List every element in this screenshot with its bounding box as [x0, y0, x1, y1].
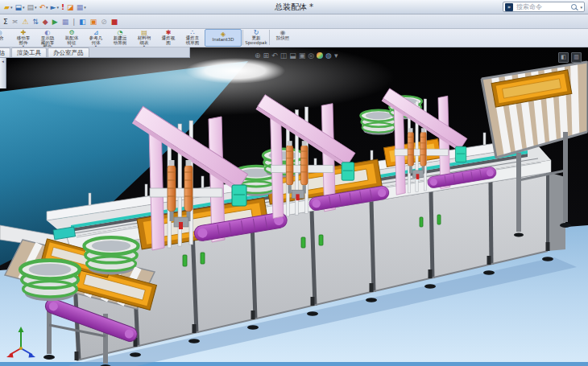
- undo-button[interactable]: ↶▾: [39, 2, 49, 13]
- command-search: » ▾: [503, 2, 585, 12]
- grid-icon[interactable]: ▦: [62, 15, 69, 28]
- view-orientation-icon[interactable]: ⬓: [289, 51, 296, 60]
- solidworks-window: 总装配体 * ▰▾ ⬓▾ ▤▾ ↶▾ ►▾ ! ◪ ▦▾ » ▾ Σ ≍ ⚠ ⇅…: [0, 0, 588, 366]
- ribbon-reference-geometry-button[interactable]: ⊿参考几 何体▾: [84, 29, 108, 47]
- ribbon-mate-button[interactable]: ◎配合: [0, 29, 11, 47]
- graphics-area[interactable]: 评估 渲染工具 办公室产品 ◂ ⊕ ⊞ ↶ ◫ ⬓ ▣ ◎ ◍ ▾ ◧ ▥: [0, 47, 588, 366]
- ribbon-explode-line-sketch-button[interactable]: ∴爆炸直 线草图: [180, 29, 205, 47]
- zoom-area-icon[interactable]: ⊞: [263, 51, 270, 60]
- save-icon: ⬓: [14, 2, 22, 13]
- rebuild-icon: !: [61, 2, 64, 13]
- interference-check-icon[interactable]: ⚠: [22, 15, 28, 28]
- ribbon-label: 爆炸直 线草图: [186, 36, 200, 45]
- toolbar-separator: |: [72, 15, 75, 28]
- hide-show-items-icon[interactable]: ◎: [308, 51, 314, 60]
- photoview-red-icon[interactable]: ■: [111, 15, 118, 28]
- chevron-down-icon[interactable]: ▾: [580, 5, 582, 10]
- tab-office-products[interactable]: 办公室产品: [48, 47, 89, 57]
- previous-view-icon[interactable]: ↶: [271, 51, 278, 60]
- ribbon-label: Instant3D: [213, 38, 234, 43]
- open-icon: ▰: [4, 2, 10, 13]
- select-button[interactable]: ►▾: [50, 2, 60, 13]
- section-view-icon[interactable]: ◫: [280, 51, 288, 60]
- ribbon-label: 爆炸视 图: [162, 36, 176, 45]
- expand-pane-button[interactable]: ▥: [571, 52, 582, 63]
- featuremanager-collapsed-strip[interactable]: ◂: [0, 58, 6, 88]
- ribbon-take-snapshot-button[interactable]: ◉拍快照: [271, 29, 295, 47]
- machine-scene: [0, 47, 588, 366]
- rebuild-button[interactable]: !: [60, 2, 65, 13]
- titlebar: 总装配体 * ▰▾ ⬓▾ ▤▾ ↶▾ ►▾ ! ◪ ▦▾ » ▾: [0, 0, 588, 14]
- light-glow: [185, 58, 285, 84]
- chevron-down-icon: ▾: [35, 5, 37, 10]
- measure-icon[interactable]: ⇅: [32, 15, 39, 28]
- chevron-down-icon: ▾: [23, 5, 25, 10]
- expand-pane-button[interactable]: ◧: [558, 52, 569, 63]
- ribbon-separator: [269, 30, 270, 45]
- tab-render-tools[interactable]: 渲染工具: [11, 47, 47, 57]
- ribbon-show-hidden-components-button[interactable]: ◐显示隐 藏的零 部件: [35, 29, 60, 47]
- chevron-down-icon: ▾: [84, 5, 86, 10]
- chevron-down-icon: ▾: [46, 5, 48, 10]
- ribbon-separator: [242, 30, 243, 45]
- options-icon: ▦: [77, 2, 84, 13]
- solidworks-logo-icon: »: [505, 3, 513, 11]
- display-style-icon[interactable]: ▣: [299, 51, 306, 60]
- edit-appearance-icon[interactable]: [317, 52, 323, 59]
- options-button[interactable]: ▦▾: [76, 2, 87, 13]
- scene-3d-model: [0, 47, 588, 366]
- photoview-orange-icon[interactable]: ▣: [90, 15, 97, 28]
- select-icon: ►: [51, 2, 56, 13]
- print-button[interactable]: ▤▾: [26, 2, 37, 13]
- ribbon-label: 新建运 动算例: [114, 36, 127, 45]
- zoom-fit-icon[interactable]: ⊕: [255, 51, 261, 60]
- ribbon-exploded-view-button[interactable]: ✱爆炸视 图: [156, 29, 180, 47]
- open-button[interactable]: ▰▾: [3, 2, 13, 13]
- photoview-disabled-icon[interactable]: ⊘: [101, 15, 107, 28]
- ribbon-label: 显示隐 藏的零 部件: [41, 36, 55, 47]
- save-button[interactable]: ⬓▾: [14, 2, 25, 13]
- window-title: 总装配体 *: [0, 2, 588, 13]
- assembly-toolbar: Σ ≍ ⚠ ⇅ ◆ ▶ ▦ | ◧ ▣ ⊘ ■: [0, 14, 588, 29]
- ribbon-label: 更新 Speedpak: [245, 36, 267, 45]
- export-icon[interactable]: ▶: [52, 15, 58, 28]
- mate-check-icon[interactable]: ◆: [43, 15, 48, 28]
- chevron-down-icon: ▾: [10, 5, 13, 10]
- photoview-blue-icon[interactable]: ◧: [79, 15, 86, 28]
- ribbon-assembly-features-button[interactable]: ⚙装配体 特征▾: [60, 29, 84, 47]
- appearance-icon: ◪: [67, 2, 74, 13]
- command-manager-tabs: 评估 渲染工具 办公室产品: [0, 47, 190, 58]
- appearance-button[interactable]: ◪: [66, 2, 75, 13]
- search-icon[interactable]: [571, 4, 577, 10]
- undo-icon: ↶: [39, 2, 46, 13]
- quick-access-toolbar: ▰▾ ⬓▾ ▤▾ ↶▾ ►▾ ! ◪ ▦▾: [3, 2, 87, 13]
- orientation-triad: [4, 324, 38, 361]
- ribbon-new-motion-study-button[interactable]: ◔新建运 动算例: [108, 29, 132, 47]
- chevron-down-icon: ▾: [56, 5, 59, 10]
- ribbon-label: 配合: [0, 36, 4, 41]
- apply-scene-icon[interactable]: ◍: [325, 51, 332, 60]
- view-settings-icon[interactable]: ▾: [334, 51, 338, 60]
- command-manager: ◎配合 ✚移动零 部件▾ ◐显示隐 藏的零 部件 ⚙装配体 特征▾ ⊿参考几 何…: [0, 29, 588, 47]
- equations-icon[interactable]: Σ: [3, 15, 8, 28]
- ribbon-update-speedpak-button[interactable]: ↻更新 Speedpak: [244, 29, 268, 47]
- ribbon-instant3d-button[interactable]: ◈Instant3D: [205, 29, 242, 47]
- snap-icon[interactable]: ≍: [12, 15, 19, 28]
- ribbon-bill-of-materials-button[interactable]: ▤材料明 细表▾: [132, 29, 156, 47]
- pane-buttons: ◧ ▥: [558, 52, 582, 63]
- tab-evaluate[interactable]: 评估: [0, 47, 10, 57]
- heads-up-view-toolbar: ⊕ ⊞ ↶ ◫ ⬓ ▣ ◎ ◍ ▾: [255, 51, 337, 60]
- ribbon-label: 拍快照: [276, 36, 290, 41]
- print-icon: ▤: [27, 2, 34, 13]
- ribbon-move-component-button[interactable]: ✚移动零 部件▾: [11, 29, 35, 47]
- search-input[interactable]: [515, 2, 569, 11]
